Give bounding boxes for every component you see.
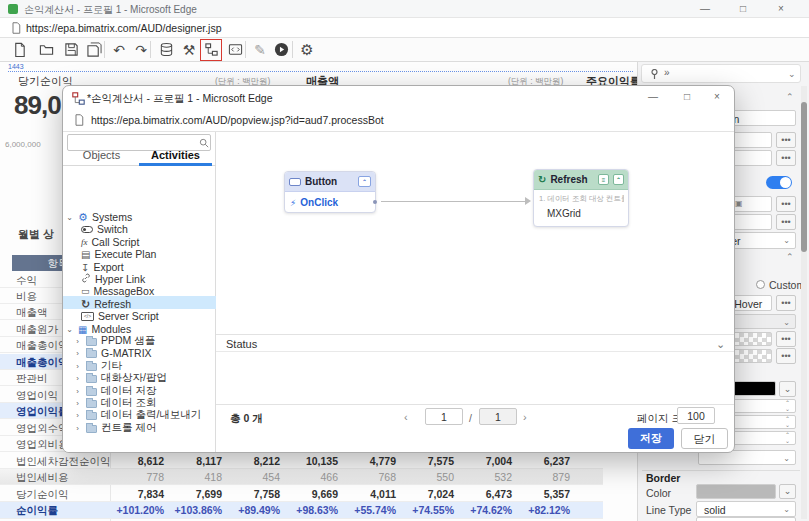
prev-page-icon[interactable]: ‹ (404, 411, 408, 423)
dialog-url[interactable]: https://epa.bimatrix.com/AUD/popview.jsp… (91, 114, 384, 126)
tree-item-refresh[interactable]: ↻Refresh (81, 298, 131, 310)
open-icon[interactable] (37, 41, 55, 59)
section-collapse-icon[interactable]: ⌃ (786, 252, 794, 262)
tree-folder-ppdm[interactable]: ›PPDM 샘플 (73, 335, 155, 347)
dialog-urlbar[interactable]: https://epa.bimatrix.com/AUD/popview.jsp… (63, 109, 735, 132)
messagebox-icon: ▭ (81, 286, 90, 296)
collapse-node-icon[interactable]: ⌃ (358, 176, 371, 187)
maximize-button[interactable]: □ (731, 2, 755, 16)
chevron-down-icon[interactable]: ⌄ (788, 69, 796, 79)
settings-gear-icon[interactable]: ⚙ (298, 41, 316, 59)
page-size-input[interactable] (677, 407, 715, 424)
collapse-node-icon[interactable]: ⌃ (613, 174, 624, 185)
app-icon (8, 4, 18, 14)
expand-panel-icon[interactable]: » (664, 67, 670, 78)
expander-icon[interactable]: ⌄ (65, 213, 74, 222)
tree-folder-data-export[interactable]: ›데이터 출력/내보내기 (73, 409, 201, 421)
status-section-header[interactable]: Status ⌄ (216, 334, 735, 352)
dialog-close-footer-button[interactable]: 닫기 (681, 428, 728, 449)
expander-icon[interactable]: › (73, 399, 82, 408)
tree-item-call-script[interactable]: fxCall Script (81, 236, 139, 248)
toggle-switch-on[interactable] (766, 176, 792, 189)
border-color-swatch[interactable] (696, 484, 776, 499)
stepper-arrows[interactable]: ⌃⌄ (783, 416, 792, 428)
redo-icon[interactable]: ↷ (132, 41, 150, 59)
main-url[interactable]: https://epa.bimatrix.com/AUD/designer.js… (26, 22, 222, 34)
save-button[interactable]: 저장 (628, 428, 674, 449)
total-pages-input[interactable] (479, 408, 517, 425)
line-type-label: Line Type (646, 504, 691, 516)
tree-folder-control[interactable]: ›컨트롤 제어 (73, 422, 156, 434)
pagination-bar: 총 0 개 ‹ / › 페이지 크기 (216, 404, 735, 428)
main-urlbar[interactable]: https://epa.bimatrix.com/AUD/designer.js… (0, 18, 809, 38)
tree-folder-gmatrix[interactable]: ›G-MATRIX (73, 347, 152, 359)
minimize-button[interactable]: — (693, 2, 717, 16)
swatch-dropdown-button[interactable]: ⌄ (779, 484, 796, 499)
section-divider (642, 470, 800, 471)
expander-icon[interactable]: › (73, 387, 82, 396)
panel-scrollbar[interactable] (801, 86, 807, 519)
build-tools-icon[interactable]: ⚒ (180, 41, 198, 59)
refresh-node-target[interactable]: MXGrid (547, 208, 624, 219)
new-file-icon[interactable] (10, 41, 28, 59)
chevron-down-icon[interactable]: ⌄ (716, 338, 725, 351)
refresh-node[interactable]: ↻ Refresh ≡ ⌃ 1. 데이터 조회 대상 컨트롤 목록 MXGrid (533, 169, 629, 227)
process-designer-icon[interactable] (202, 41, 220, 59)
ellipsis-button[interactable]: ••• (776, 331, 796, 347)
tree-item-hyper-link[interactable]: Hyper Link (81, 273, 145, 285)
expander-icon[interactable]: › (73, 374, 82, 383)
tree-item-server-script[interactable]: </>Server Script (81, 310, 159, 322)
tree-item-switch[interactable]: Switch (81, 223, 128, 235)
swatch-dropdown-button[interactable]: ⌄ (779, 381, 796, 397)
stepper-arrows[interactable]: ⌃⌄ (783, 432, 792, 444)
tab-objects[interactable]: Objects (65, 146, 138, 165)
button-node-header[interactable]: Button ⌃ (285, 172, 375, 192)
code-view-icon[interactable] (226, 41, 244, 59)
stepper-arrows[interactable]: ⌃⌄ (783, 400, 792, 412)
dialog-maximize-button[interactable]: □ (675, 90, 699, 104)
save-all-icon[interactable] (85, 41, 103, 59)
refresh-node-header[interactable]: ↻ Refresh ≡ ⌃ (534, 170, 628, 190)
custom-radio[interactable] (756, 280, 765, 289)
dialog-close-button[interactable]: × (705, 90, 729, 104)
close-button[interactable]: × (769, 2, 793, 16)
expander-icon[interactable]: › (73, 411, 82, 420)
link-icon (81, 273, 91, 285)
dialog-minimize-button[interactable]: — (641, 90, 665, 104)
tree-node-systems[interactable]: ⌄⚙Systems (65, 211, 132, 223)
run-icon[interactable] (272, 41, 290, 59)
connector-line (381, 201, 527, 202)
expander-icon[interactable]: › (73, 349, 82, 358)
current-page-input[interactable] (425, 408, 463, 425)
kpi-value: 89,0 (14, 90, 61, 121)
undo-icon[interactable]: ↶ (110, 41, 128, 59)
tree-item-execute-plan[interactable]: ▤Execute Plan (81, 248, 156, 260)
ellipsis-button[interactable]: ••• (776, 132, 796, 148)
expander-icon[interactable]: › (73, 337, 82, 346)
section-collapse-icon[interactable]: ⌃ (786, 92, 794, 102)
save-icon[interactable] (62, 41, 80, 59)
line-type-dropdown[interactable]: solid⌄ (696, 501, 796, 517)
tree-folder-dialog-popup[interactable]: ›대화상자/팝업 (73, 372, 167, 384)
ellipsis-button[interactable]: ••• (776, 214, 796, 230)
thickness-input[interactable]: 1,1,1,1 (696, 517, 796, 521)
ellipsis-button[interactable]: ••• (776, 348, 796, 364)
expander-icon[interactable]: › (73, 424, 82, 433)
tree-item-export[interactable]: ↧Export (81, 261, 124, 273)
next-page-icon[interactable]: › (523, 411, 527, 423)
pin-icon[interactable] (650, 69, 659, 80)
edit-icon[interactable]: ✎ (251, 41, 269, 59)
tree-item-messagebox[interactable]: ▭MessageBox (81, 285, 154, 297)
ellipsis-button[interactable]: ••• (776, 150, 796, 166)
node-menu-icon[interactable]: ≡ (598, 174, 609, 185)
ellipsis-button[interactable]: ••• (776, 295, 796, 311)
expander-icon[interactable]: › (73, 362, 82, 371)
button-node[interactable]: Button ⌃ ⚡ OnClick (284, 171, 376, 213)
onclick-event[interactable]: OnClick (300, 197, 338, 208)
border-group-title: Border (646, 472, 680, 484)
database-icon[interactable] (157, 41, 175, 59)
expander-icon[interactable]: ⌄ (65, 325, 74, 334)
output-port[interactable] (373, 200, 377, 204)
ellipsis-button[interactable]: ••• (776, 196, 796, 212)
scrollbar-thumb[interactable] (801, 102, 807, 252)
